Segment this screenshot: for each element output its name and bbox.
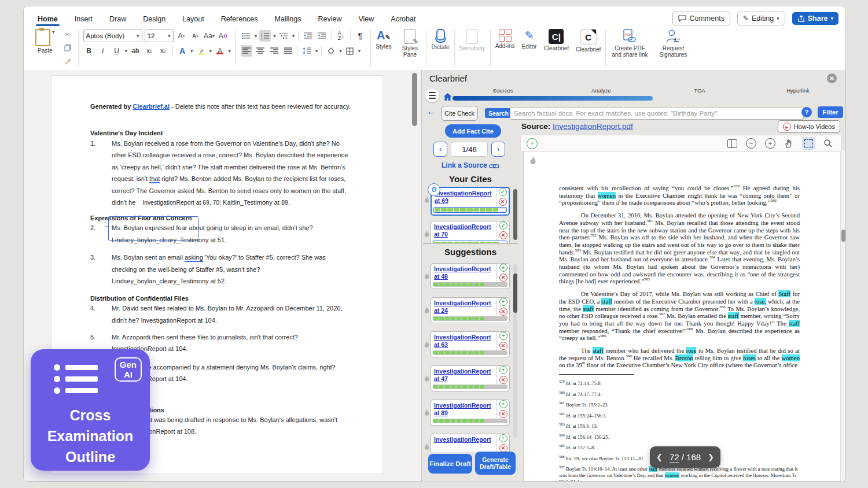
marquee-select-icon[interactable] [802, 137, 815, 150]
search-pdf-icon[interactable] [823, 139, 833, 148]
suggestion-card[interactable]: InvestigationReport at 89 + ✕ [431, 400, 510, 426]
strikethrough-button[interactable]: ab [130, 45, 141, 57]
justify-button[interactable] [282, 45, 294, 57]
dictate-button[interactable]: Dictate [428, 27, 453, 69]
ribbon-tab[interactable]: Draw [109, 13, 127, 25]
grow-font-button[interactable]: A˄ [176, 30, 187, 42]
pdf-next-page-icon[interactable]: ❯ [708, 453, 714, 461]
change-case-button[interactable]: Aa▾ [204, 30, 215, 42]
cite-card[interactable]: InvestigationReport at 70 ✓ ✕ [431, 221, 510, 243]
add-cite-from-pdf-icon[interactable]: + [527, 138, 538, 149]
document-scrollbar-thumb[interactable] [412, 73, 417, 126]
gear-icon[interactable]: ⚙ [428, 183, 440, 196]
bullet-list-button[interactable] [241, 30, 252, 42]
ribbon-tab[interactable]: Review [317, 13, 342, 25]
shrink-font-button[interactable]: A˅ [190, 30, 201, 42]
add-suggestion-icon[interactable]: + [499, 332, 507, 340]
add-suggestion-icon[interactable]: + [499, 298, 507, 306]
close-panel-icon[interactable]: ✕ [827, 73, 837, 83]
suggestion-link-page[interactable]: at 24 [434, 307, 495, 315]
approve-cite-icon[interactable]: ✓ [499, 221, 507, 230]
dismiss-suggestion-icon[interactable]: ✕ [499, 273, 507, 282]
suggestion-link[interactable]: InvestigationReport [434, 300, 495, 307]
underline-button[interactable]: U [111, 45, 123, 57]
search-button[interactable]: Search [485, 108, 512, 118]
bold-button[interactable]: B [83, 45, 95, 57]
dismiss-suggestion-icon[interactable]: ✕ [499, 308, 507, 316]
reject-cite-icon[interactable]: ✕ [499, 231, 507, 239]
prev-page-button[interactable]: ‹ [433, 142, 447, 157]
suggestion-link[interactable]: InvestigationReport [434, 436, 495, 443]
search-input[interactable] [510, 107, 804, 120]
suggestion-link-page[interactable]: at 47 [434, 375, 495, 383]
superscript-button[interactable]: x2 [157, 45, 169, 57]
multilevel-list-button[interactable] [278, 30, 290, 42]
increase-indent-button[interactable] [316, 30, 328, 42]
styles-pane-button[interactable]: ✎ Styles Pane [395, 27, 425, 69]
suggestion-link-page[interactable]: at 63 [434, 341, 495, 349]
ribbon-tab[interactable]: Acrobat [390, 13, 416, 25]
request-signatures-button[interactable]: ✗⇿ Request Signatures [652, 27, 694, 69]
borders-button[interactable] [344, 45, 356, 57]
filter-button[interactable]: Filter [818, 106, 843, 118]
suggestion-link[interactable]: InvestigationReport [434, 402, 495, 409]
reject-cite-icon[interactable]: ✕ [499, 198, 507, 206]
page-view-icon[interactable] [727, 139, 737, 148]
cut-icon[interactable]: ✂ [62, 29, 73, 40]
finalize-draft-button[interactable]: Finalize Draft [428, 454, 472, 474]
cite-link-page[interactable]: at 69 [435, 197, 495, 205]
step-analyze[interactable]: Analyze [567, 87, 636, 94]
howto-videos-button[interactable]: ▶ How-to Videos [778, 120, 840, 133]
suggestion-card[interactable]: InvestigationReport at 48 + ✕ [431, 263, 510, 289]
share-button[interactable]: Share ▾ [792, 12, 838, 25]
ribbon-tab[interactable]: Insert [74, 13, 93, 25]
format-painter-icon[interactable] [62, 56, 73, 67]
clear-formatting-button[interactable]: A✿ [218, 30, 229, 42]
ribbon-tab[interactable]: View [358, 13, 374, 25]
cite-link[interactable]: InvestigationReport [434, 223, 495, 231]
add-suggestion-icon[interactable]: + [499, 400, 507, 408]
subscript-button[interactable]: x2 [144, 45, 155, 57]
pdf-scrollbar-thumb[interactable] [841, 230, 845, 242]
pdf-prev-page-icon[interactable]: ❮ [656, 453, 663, 461]
font-size-select[interactable]: 12▾ [145, 29, 174, 42]
font-color-button[interactable]: A [214, 45, 226, 57]
ribbon-tab[interactable]: References [220, 13, 259, 25]
add-suggestion-icon[interactable]: + [499, 366, 507, 374]
back-arrow-icon[interactable]: ← [426, 106, 436, 117]
addins-button[interactable]: Add-ins [492, 27, 518, 69]
pdf-scrollbar[interactable] [840, 151, 846, 482]
suggestion-link-page[interactable]: at 48 [434, 273, 495, 280]
cite-link[interactable]: InvestigationReport [435, 190, 495, 197]
ribbon-tab[interactable]: Layout [182, 13, 205, 25]
menu-icon[interactable] [425, 88, 439, 102]
create-pdf-button[interactable]: PDF Create PDF and share link [607, 27, 652, 69]
sort-button[interactable]: AZ↓ [335, 30, 347, 42]
suggestions-scrollbar-thumb[interactable] [513, 273, 517, 313]
next-page-button[interactable]: › [491, 142, 505, 157]
styles-button[interactable]: A✎ Styles [372, 27, 395, 69]
align-left-button[interactable] [241, 45, 252, 57]
font-name-select[interactable]: Aptos (Body)▾ [83, 29, 142, 42]
editing-mode-button[interactable]: ✎ Editing ▾ [737, 12, 785, 25]
generate-draft-table-button[interactable]: Generate Draft/Table [475, 452, 516, 475]
comments-button[interactable]: Comments [672, 12, 730, 25]
dismiss-suggestion-icon[interactable]: ✕ [499, 342, 507, 350]
source-file-link[interactable]: InvestigationReport.pdf [553, 122, 633, 131]
document-scrollbar[interactable] [412, 73, 418, 128]
suggestion-card[interactable]: InvestigationReport at 24 + ✕ [431, 297, 510, 323]
cite-card[interactable]: InvestigationReport at 69 ✓ ✕ [431, 187, 510, 216]
hand-tool-icon[interactable] [784, 139, 793, 148]
text-effects-button[interactable]: A [176, 45, 188, 57]
pdf-page[interactable]: consistent with his recollection of sayi… [523, 151, 841, 482]
ribbon-tab[interactable]: Home [37, 13, 58, 25]
shading-button[interactable] [325, 45, 337, 57]
align-center-button[interactable] [255, 45, 266, 57]
suggestion-card[interactable]: InvestigationReport at 47 + ✕ [431, 365, 510, 391]
home-icon[interactable] [443, 93, 452, 101]
pilcrow-button[interactable]: ¶ [354, 30, 366, 42]
align-right-button[interactable] [269, 45, 280, 57]
italic-button[interactable]: I [97, 45, 109, 57]
add-suggestion-icon[interactable]: + [499, 434, 507, 442]
approve-cite-icon[interactable]: ✓ [499, 188, 507, 196]
